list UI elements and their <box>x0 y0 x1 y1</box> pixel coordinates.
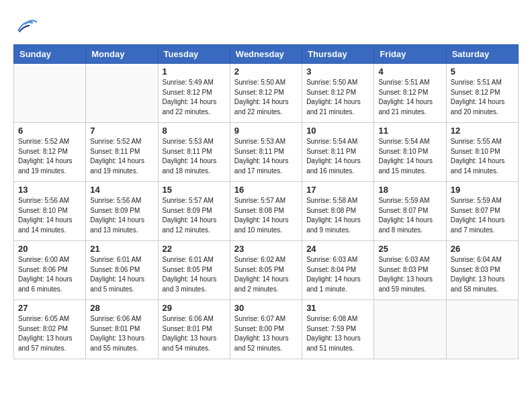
day-number: 31 <box>306 303 369 313</box>
day-info: Sunrise: 5:51 AM Sunset: 8:12 PM Dayligh… <box>451 78 514 117</box>
calendar-cell: 24Sunrise: 6:03 AM Sunset: 8:04 PM Dayli… <box>302 241 374 300</box>
day-number: 19 <box>451 185 514 195</box>
day-info: Sunrise: 5:58 AM Sunset: 8:08 PM Dayligh… <box>306 196 369 235</box>
calendar-cell <box>374 300 446 359</box>
day-info: Sunrise: 5:59 AM Sunset: 8:07 PM Dayligh… <box>451 196 514 235</box>
day-info: Sunrise: 6:01 AM Sunset: 8:05 PM Dayligh… <box>163 255 226 294</box>
day-number: 8 <box>163 126 226 136</box>
day-number: 3 <box>306 66 369 77</box>
day-number: 12 <box>451 126 514 136</box>
day-number: 7 <box>90 126 153 136</box>
calendar-cell: 22Sunrise: 6:01 AM Sunset: 8:05 PM Dayli… <box>158 241 230 300</box>
calendar-cell <box>86 64 158 123</box>
day-info: Sunrise: 5:53 AM Sunset: 8:11 PM Dayligh… <box>234 137 298 176</box>
calendar-cell: 2Sunrise: 5:50 AM Sunset: 8:12 PM Daylig… <box>230 64 302 123</box>
day-number: 4 <box>378 66 441 77</box>
day-info: Sunrise: 6:04 AM Sunset: 8:03 PM Dayligh… <box>451 255 514 294</box>
day-number: 5 <box>451 66 514 77</box>
day-number: 11 <box>378 126 441 136</box>
day-info: Sunrise: 5:49 AM Sunset: 8:12 PM Dayligh… <box>163 78 226 117</box>
day-number: 16 <box>234 185 298 195</box>
day-info: Sunrise: 6:05 AM Sunset: 8:02 PM Dayligh… <box>18 314 81 353</box>
day-info: Sunrise: 5:59 AM Sunset: 8:07 PM Dayligh… <box>378 196 441 235</box>
day-info: Sunrise: 5:57 AM Sunset: 8:09 PM Dayligh… <box>163 196 226 235</box>
weekday-header-monday: Monday <box>86 45 158 64</box>
calendar-cell: 28Sunrise: 6:06 AM Sunset: 8:01 PM Dayli… <box>86 300 158 359</box>
day-info: Sunrise: 5:56 AM Sunset: 8:10 PM Dayligh… <box>18 196 81 235</box>
day-info: Sunrise: 5:56 AM Sunset: 8:09 PM Dayligh… <box>90 196 153 235</box>
day-number: 17 <box>306 185 369 195</box>
calendar-cell: 4Sunrise: 5:51 AM Sunset: 8:12 PM Daylig… <box>374 64 446 123</box>
calendar-cell: 15Sunrise: 5:57 AM Sunset: 8:09 PM Dayli… <box>158 182 230 241</box>
day-info: Sunrise: 5:57 AM Sunset: 8:08 PM Dayligh… <box>234 196 298 235</box>
weekday-header-tuesday: Tuesday <box>158 45 230 64</box>
day-info: Sunrise: 6:06 AM Sunset: 8:01 PM Dayligh… <box>163 314 226 353</box>
calendar-cell: 1Sunrise: 5:49 AM Sunset: 8:12 PM Daylig… <box>158 64 230 123</box>
logo <box>13 13 40 38</box>
calendar-cell: 7Sunrise: 5:52 AM Sunset: 8:11 PM Daylig… <box>86 123 158 182</box>
weekday-header-saturday: Saturday <box>446 45 518 64</box>
day-number: 30 <box>234 303 298 313</box>
calendar-cell: 10Sunrise: 5:54 AM Sunset: 8:11 PM Dayli… <box>302 123 374 182</box>
weekday-header-thursday: Thursday <box>302 45 374 64</box>
calendar-week-4: 27Sunrise: 6:05 AM Sunset: 8:02 PM Dayli… <box>14 300 519 359</box>
calendar-cell: 19Sunrise: 5:59 AM Sunset: 8:07 PM Dayli… <box>446 182 518 241</box>
calendar-cell: 5Sunrise: 5:51 AM Sunset: 8:12 PM Daylig… <box>446 64 518 123</box>
day-number: 23 <box>234 244 298 254</box>
day-number: 22 <box>163 244 226 254</box>
day-info: Sunrise: 5:52 AM Sunset: 8:12 PM Dayligh… <box>18 137 81 176</box>
weekday-header-wednesday: Wednesday <box>230 45 302 64</box>
calendar-cell: 26Sunrise: 6:04 AM Sunset: 8:03 PM Dayli… <box>446 241 518 300</box>
calendar-cell: 13Sunrise: 5:56 AM Sunset: 8:10 PM Dayli… <box>14 182 86 241</box>
calendar-cell: 16Sunrise: 5:57 AM Sunset: 8:08 PM Dayli… <box>230 182 302 241</box>
day-number: 20 <box>18 244 81 254</box>
calendar-cell: 17Sunrise: 5:58 AM Sunset: 8:08 PM Dayli… <box>302 182 374 241</box>
calendar-cell: 31Sunrise: 6:08 AM Sunset: 7:59 PM Dayli… <box>302 300 374 359</box>
weekday-header-row: SundayMondayTuesdayWednesdayThursdayFrid… <box>14 45 519 64</box>
page-header <box>13 13 519 38</box>
calendar-cell: 20Sunrise: 6:00 AM Sunset: 8:06 PM Dayli… <box>14 241 86 300</box>
day-info: Sunrise: 6:08 AM Sunset: 7:59 PM Dayligh… <box>306 314 369 353</box>
day-number: 6 <box>18 126 81 136</box>
day-info: Sunrise: 5:54 AM Sunset: 8:10 PM Dayligh… <box>378 137 441 176</box>
day-number: 14 <box>90 185 153 195</box>
day-info: Sunrise: 5:53 AM Sunset: 8:11 PM Dayligh… <box>163 137 226 176</box>
day-number: 26 <box>451 244 514 254</box>
calendar-cell: 6Sunrise: 5:52 AM Sunset: 8:12 PM Daylig… <box>14 123 86 182</box>
calendar-week-2: 13Sunrise: 5:56 AM Sunset: 8:10 PM Dayli… <box>14 182 519 241</box>
day-info: Sunrise: 6:03 AM Sunset: 8:03 PM Dayligh… <box>378 255 441 294</box>
calendar-cell: 29Sunrise: 6:06 AM Sunset: 8:01 PM Dayli… <box>158 300 230 359</box>
day-info: Sunrise: 6:06 AM Sunset: 8:01 PM Dayligh… <box>90 314 153 353</box>
day-number: 25 <box>378 244 441 254</box>
day-number: 1 <box>163 66 226 77</box>
calendar-cell: 25Sunrise: 6:03 AM Sunset: 8:03 PM Dayli… <box>374 241 446 300</box>
day-info: Sunrise: 5:50 AM Sunset: 8:12 PM Dayligh… <box>306 78 369 117</box>
day-number: 9 <box>234 126 298 136</box>
day-number: 18 <box>378 185 441 195</box>
day-number: 10 <box>306 126 369 136</box>
day-number: 27 <box>18 303 81 313</box>
calendar-cell <box>446 300 518 359</box>
calendar-week-1: 6Sunrise: 5:52 AM Sunset: 8:12 PM Daylig… <box>14 123 519 182</box>
day-number: 21 <box>90 244 153 254</box>
calendar-cell: 14Sunrise: 5:56 AM Sunset: 8:09 PM Dayli… <box>86 182 158 241</box>
calendar-table: SundayMondayTuesdayWednesdayThursdayFrid… <box>13 44 519 359</box>
calendar-cell: 21Sunrise: 6:01 AM Sunset: 8:06 PM Dayli… <box>86 241 158 300</box>
calendar-cell: 3Sunrise: 5:50 AM Sunset: 8:12 PM Daylig… <box>302 64 374 123</box>
calendar-cell: 18Sunrise: 5:59 AM Sunset: 8:07 PM Dayli… <box>374 182 446 241</box>
calendar-week-3: 20Sunrise: 6:00 AM Sunset: 8:06 PM Dayli… <box>14 241 519 300</box>
calendar-cell <box>14 64 86 123</box>
calendar-cell: 11Sunrise: 5:54 AM Sunset: 8:10 PM Dayli… <box>374 123 446 182</box>
weekday-header-friday: Friday <box>374 45 446 64</box>
day-number: 28 <box>90 303 153 313</box>
day-number: 29 <box>163 303 226 313</box>
day-number: 15 <box>163 185 226 195</box>
calendar-cell: 27Sunrise: 6:05 AM Sunset: 8:02 PM Dayli… <box>14 300 86 359</box>
calendar-cell: 30Sunrise: 6:07 AM Sunset: 8:00 PM Dayli… <box>230 300 302 359</box>
day-info: Sunrise: 6:00 AM Sunset: 8:06 PM Dayligh… <box>18 255 81 294</box>
day-info: Sunrise: 5:50 AM Sunset: 8:12 PM Dayligh… <box>234 78 298 117</box>
day-info: Sunrise: 5:55 AM Sunset: 8:10 PM Dayligh… <box>451 137 514 176</box>
day-info: Sunrise: 5:51 AM Sunset: 8:12 PM Dayligh… <box>378 78 441 117</box>
day-number: 2 <box>234 66 298 77</box>
calendar-week-0: 1Sunrise: 5:49 AM Sunset: 8:12 PM Daylig… <box>14 64 519 123</box>
